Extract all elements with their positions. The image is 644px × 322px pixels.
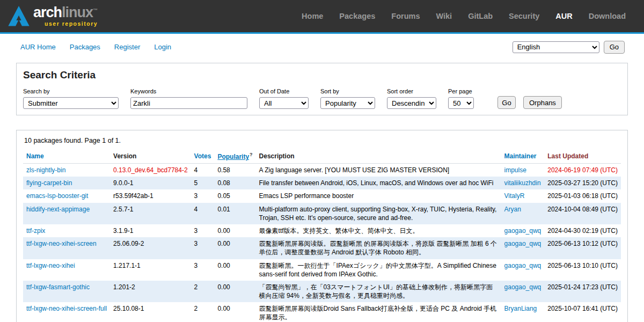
package-link[interactable]: hiddify-next-appimage [26,206,90,213]
package-search-form: Search by Submitter Keywords Out of Date… [23,88,621,109]
sort-order-select[interactable]: Descending [387,97,436,109]
maintainer-link[interactable]: Aryan [504,206,521,213]
package-popularity: 0.58 [214,164,255,177]
logo-subtitle: user repository [33,21,98,27]
archlinux-logo-icon [8,5,30,27]
sort-by-label: Sort by [320,88,375,94]
package-link[interactable]: ttf-lxgw-neo-xihei-screen [26,240,97,247]
maintainer-link[interactable]: BryanLiang [504,305,537,312]
archlinux-logo[interactable]: archlinux™ user repository [8,5,98,27]
package-description: Multi-platform auto-proxy client, suppor… [256,203,501,224]
package-last-updated: 2024-04-30 02:19 (UTC) [544,224,621,237]
package-link[interactable]: ttf-lxgw-neo-xihei [26,262,75,269]
package-popularity: 0.05 [214,189,255,202]
popularity-help-icon: ? [250,152,253,157]
package-popularity: 0.00 [214,237,255,259]
nav-wiki[interactable]: Wiki [436,12,452,20]
subnav-aur-home[interactable]: AUR Home [20,43,56,51]
nav-download[interactable]: Download [589,12,626,20]
package-popularity: 0.00 [214,281,255,302]
maintainer-link[interactable]: VitalyR [504,192,525,200]
package-last-updated: 2025-01-03 06:18 (UTC) [544,189,621,202]
maintainer-link[interactable]: impulse [504,166,526,174]
subnav-register[interactable]: Register [114,43,140,51]
subnav-packages[interactable]: Packages [70,43,100,51]
table-row: flying-carpet-bin 9.0.0-1 5 0.08 File tr… [23,177,621,189]
column-header-last-updated[interactable]: Last Updated [547,152,588,160]
orphans-button[interactable]: Orphans [523,96,562,109]
nav-aur[interactable]: AUR [555,12,572,20]
top-navbar: archlinux™ user repository Home Packages… [0,0,644,32]
package-link[interactable]: ttf-zpix [26,227,45,235]
package-popularity: 0.00 [214,224,255,237]
maintainer-link[interactable]: gaogao_qwq [504,240,541,247]
search-by-field: Search by Submitter [23,88,119,109]
logo-arch-text: arch [33,4,62,20]
nav-security[interactable]: Security [509,12,539,20]
nav-gitlab[interactable]: GitLab [468,12,493,20]
search-criteria-title: Search Criteria [23,69,621,81]
keywords-field: Keywords [130,88,247,109]
column-header-name[interactable]: Name [26,152,44,160]
language-go-button[interactable]: Go [604,41,625,54]
column-header-description: Description [256,150,501,164]
sort-order-field: Sort order Descending [387,88,436,109]
out-of-date-select[interactable]: All [259,97,309,109]
package-description: 霞鹜新晰黑。一款衍生于「IPAexゴシック」的中文黑体字型。A Simplifi… [256,259,501,281]
column-header-votes[interactable]: Votes [194,152,211,160]
maintainer-link[interactable]: vitaliikuzhdin [504,179,541,187]
maintainer-link[interactable]: gaogao_qwq [504,227,541,235]
package-votes: 3 [191,189,215,202]
nav-packages[interactable]: Packages [339,12,375,20]
table-row: ttf-lxgw-fasmart-gothic 1.201-2 2 0.00 「… [23,281,621,302]
package-description: 霞鹜新晰黑屏幕阅读版Droid Sans Fallback打底补全版，更适合 P… [256,302,501,322]
logo-trademark: ™ [93,8,98,13]
aur-subnav: AUR Home Packages Register Login English… [0,34,644,60]
package-votes: 4 [191,203,215,224]
package-version: 9.0.0-1 [110,177,191,189]
package-popularity: 0.01 [214,203,255,224]
main-nav: Home Packages Forums Wiki GitLab Securit… [302,12,626,20]
sort-by-field: Sort by Popularity [320,88,375,109]
package-description: Emacs LSP performance booster [256,189,501,202]
package-popularity: 0.00 [214,302,255,322]
package-link[interactable]: ttf-lxgw-fasmart-gothic [26,283,90,291]
table-row: ttf-lxgw-neo-xihei-screen-full 25.10.08-… [23,302,621,322]
search-by-label: Search by [23,88,119,94]
per-page-select[interactable]: 50 [448,97,474,109]
maintainer-link[interactable]: gaogao_qwq [504,283,541,291]
maintainer-link[interactable]: gaogao_qwq [504,262,541,269]
nav-forums[interactable]: Forums [391,12,420,20]
package-votes: 4 [191,164,215,177]
package-popularity: 0.08 [214,177,255,189]
package-description: A Zig language server. [YOU MUST USE ZIG… [256,164,501,177]
package-version: r53.59f42ab-1 [110,189,191,202]
nav-home[interactable]: Home [302,12,323,20]
package-link[interactable]: emacs-lsp-booster-git [26,192,88,200]
column-header-maintainer[interactable]: Maintainer [504,152,537,160]
per-page-field: Per page 50 [448,88,474,109]
package-version: 25.10.08-1 [110,302,191,322]
column-header-version: Version [110,150,191,164]
package-link[interactable]: ttf-lxgw-neo-xihei-screen-full [26,305,107,312]
keywords-input[interactable] [130,97,247,109]
per-page-label: Per page [448,88,474,94]
package-votes: 2 [191,302,215,322]
package-link[interactable]: flying-carpet-bin [26,179,72,187]
package-votes: 5 [191,177,215,189]
package-version: 1.201-2 [110,281,191,302]
table-row: hiddify-next-appimage 2.5.7-1 4 0.01 Mul… [23,203,621,224]
package-link[interactable]: zls-nightly-bin [26,166,65,174]
search-go-button[interactable]: Go [497,96,516,109]
search-by-select[interactable]: Submitter [23,97,119,109]
package-version: 1.217.1-1 [110,259,191,281]
sort-by-select[interactable]: Popularity [320,97,375,109]
aur-subnav-links: AUR Home Packages Register Login [20,43,171,51]
language-select[interactable]: English [513,41,599,53]
package-version: 3.1.9-1 [110,224,191,237]
subnav-login[interactable]: Login [154,43,171,51]
package-last-updated: 2024-06-19 07:49 (UTC) [544,164,621,177]
package-version: 25.06.09-2 [110,237,191,259]
column-header-popularity[interactable]: Popularity [217,153,249,160]
logo-linux-text: linux [62,4,93,20]
